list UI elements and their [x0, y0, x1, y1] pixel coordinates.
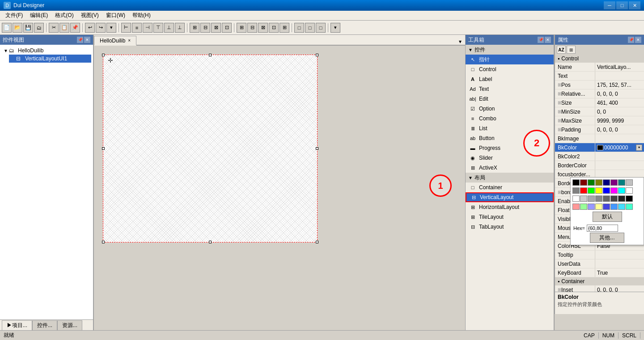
panel-close-button[interactable]: ✕: [84, 37, 90, 43]
toolbox-slider[interactable]: ◉ Slider: [466, 153, 554, 163]
copy-button[interactable]: 📋: [59, 23, 69, 33]
tree-root-item[interactable]: ▼ 🗂 HelloDuilib: [2, 47, 91, 55]
toolbox-edit[interactable]: ab| Edit: [466, 94, 554, 104]
toolbox-activex[interactable]: ⊞ ActiveX: [466, 163, 554, 173]
close-button[interactable]: ✕: [629, 1, 640, 9]
handle-bottom-center[interactable]: [209, 241, 212, 243]
color-cell[interactable]: [603, 196, 610, 202]
color-cell[interactable]: [603, 179, 610, 186]
toolbox-text[interactable]: Ad Text: [466, 84, 554, 94]
new-button[interactable]: 📄: [2, 23, 12, 33]
props-section-container[interactable]: ▪ Container: [555, 277, 644, 285]
panel-pin-button[interactable]: 📌: [77, 37, 83, 43]
color-cell[interactable]: [595, 187, 602, 194]
hex-input[interactable]: [587, 225, 618, 232]
color-cell[interactable]: [572, 196, 580, 202]
color-cell[interactable]: [626, 187, 633, 194]
canvas-area[interactable]: ✛: [94, 46, 465, 330]
handle-middle-right[interactable]: [316, 147, 318, 150]
tool8[interactable]: ⊡: [269, 23, 279, 33]
align-bottom[interactable]: ⊥: [175, 23, 185, 33]
props-section-control[interactable]: ▪ Control: [555, 55, 644, 63]
color-cell[interactable]: [610, 196, 618, 202]
layout-t[interactable]: ⊠: [211, 23, 221, 33]
props-sort-alpha[interactable]: AZ: [557, 46, 566, 54]
toolbox-combo[interactable]: ≡ Combo: [466, 114, 554, 123]
menu-file[interactable]: 文件(F): [2, 11, 26, 21]
color-cell[interactable]: [626, 196, 633, 202]
tool-extra2[interactable]: ▾: [330, 23, 340, 33]
color-cell[interactable]: [588, 204, 595, 210]
color-cell[interactable]: [603, 204, 610, 210]
menu-format[interactable]: 格式(O): [51, 11, 77, 21]
align-right[interactable]: ⊣: [143, 23, 153, 33]
toolbox-verticallayout[interactable]: ⊟ VerticalLayout: [466, 192, 554, 202]
toolbox-list[interactable]: ≣ List: [466, 123, 554, 133]
tool6[interactable]: ⊟: [247, 23, 257, 33]
color-more-button[interactable]: 其他...: [590, 233, 624, 243]
design-canvas[interactable]: ✛: [103, 55, 318, 242]
save-button[interactable]: 💾: [23, 23, 33, 33]
toolbox-tilelayout[interactable]: ⊞ TileLayout: [466, 212, 554, 222]
project-tab[interactable]: ▶项目...: [2, 320, 32, 330]
color-cell[interactable]: [610, 179, 618, 186]
tool11[interactable]: □: [305, 23, 315, 33]
resources-tab[interactable]: 资源...: [57, 320, 82, 330]
tree-child-item[interactable]: ⊟ VerticalLayoutUI1: [9, 55, 91, 63]
color-cell[interactable]: [610, 187, 618, 194]
color-default-button[interactable]: 默认: [593, 212, 622, 222]
color-cell[interactable]: [588, 187, 595, 194]
tool7[interactable]: ⊠: [258, 23, 268, 33]
toolbox-label[interactable]: A Label: [466, 74, 554, 84]
color-cell[interactable]: [580, 179, 587, 186]
handle-top-left[interactable]: [102, 54, 105, 56]
menu-help[interactable]: 帮助(H): [129, 11, 154, 21]
toolbox-container[interactable]: □ Container: [466, 183, 554, 192]
redo-button[interactable]: ↪: [96, 23, 106, 33]
align-center[interactable]: ≡: [132, 23, 142, 33]
controls-tab[interactable]: 控件...: [32, 320, 57, 330]
color-cell[interactable]: [603, 187, 610, 194]
props-close[interactable]: ✕: [635, 37, 641, 43]
tool5[interactable]: ⊞: [237, 23, 246, 33]
section-layout[interactable]: ▼ 布局: [466, 173, 554, 183]
color-cell[interactable]: [610, 204, 618, 210]
props-sort-cat[interactable]: ⊞: [567, 46, 576, 54]
toolbox-option[interactable]: ☑ Option: [466, 104, 554, 114]
menu-view[interactable]: 视图(V): [77, 11, 102, 21]
color-cell[interactable]: [618, 204, 625, 210]
color-cell[interactable]: [618, 187, 625, 194]
tool10[interactable]: □: [294, 23, 304, 33]
color-cell[interactable]: [588, 196, 595, 202]
menu-edit[interactable]: 编辑(E): [26, 11, 51, 21]
color-cell[interactable]: [595, 179, 602, 186]
cut-button[interactable]: ✂: [49, 23, 59, 33]
paste-button[interactable]: 📌: [70, 23, 80, 33]
menu-window[interactable]: 窗口(W): [102, 11, 129, 21]
color-cell[interactable]: [626, 179, 633, 186]
maximize-button[interactable]: □: [616, 1, 628, 9]
toolbox-control[interactable]: □ Control: [466, 64, 554, 74]
section-controls[interactable]: ▼ 控件: [466, 45, 554, 55]
color-cell[interactable]: [572, 204, 580, 210]
color-cell[interactable]: [618, 179, 625, 186]
toolbox-tablayout[interactable]: ⊟ TabLayout: [466, 222, 554, 232]
toolbox-pointer[interactable]: ↖ 指针: [466, 55, 554, 64]
handle-bottom-left[interactable]: [102, 241, 105, 243]
color-cell[interactable]: [588, 179, 595, 186]
tab-dropdown[interactable]: ▾: [455, 38, 465, 45]
layout-h[interactable]: ⊞: [190, 23, 199, 33]
layout-v[interactable]: ⊟: [200, 23, 210, 33]
open-button[interactable]: 📂: [13, 23, 22, 33]
toolbox-horizontallayout[interactable]: ⊞ HorizontalLayout: [466, 202, 554, 212]
color-cell[interactable]: [618, 196, 625, 202]
tool12[interactable]: □: [316, 23, 326, 33]
color-cell[interactable]: [572, 187, 580, 194]
bkcolor-dropdown[interactable]: ▾: [636, 144, 642, 151]
handle-middle-left[interactable]: [102, 147, 105, 150]
canvas-tab[interactable]: HelloDuilib ×: [94, 36, 136, 46]
color-cell[interactable]: [580, 204, 587, 210]
toolbox-button[interactable]: ab Button: [466, 133, 554, 143]
props-row-bkcolor[interactable]: BkColor 00000000 ▾: [555, 143, 644, 152]
color-cell[interactable]: [595, 196, 602, 202]
